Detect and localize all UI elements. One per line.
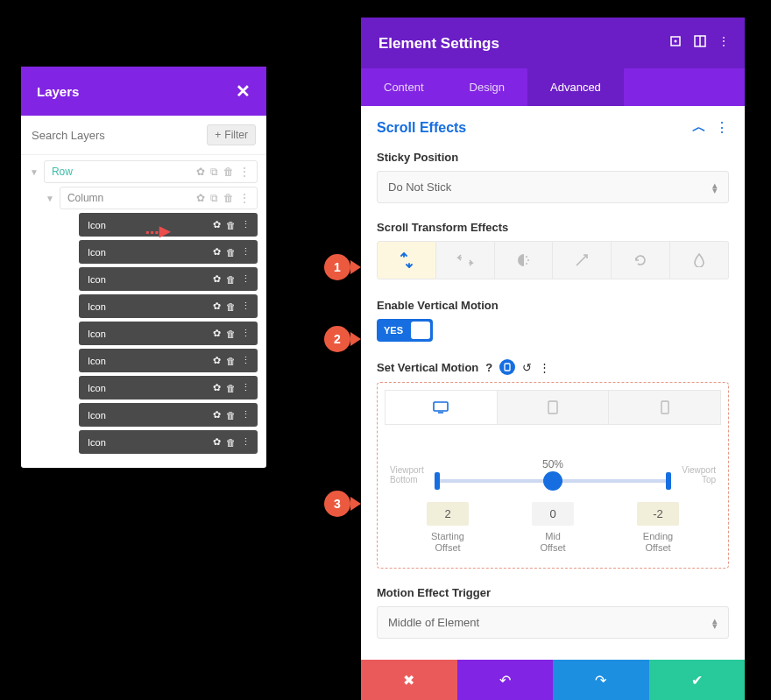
search-input[interactable] (32, 124, 200, 145)
effect-rotate-button[interactable] (612, 241, 670, 279)
enable-vm-toggle[interactable]: YES (377, 319, 433, 342)
svg-point-4 (526, 256, 527, 258)
more-icon[interactable]: ⋮ (715, 119, 729, 136)
more-icon[interactable]: ⋮ (241, 355, 251, 366)
section-title: Scroll Effects (377, 120, 466, 136)
gear-icon[interactable]: ✿ (213, 409, 221, 421)
ending-offset-value[interactable]: -2 (637, 502, 679, 526)
more-icon[interactable]: ⋮ (241, 382, 251, 393)
motion-slider[interactable]: 50% ViewportBottom ViewportTop 2 Startin… (385, 441, 721, 561)
more-icon[interactable]: ⋮ (241, 273, 251, 285)
chevron-up-icon[interactable]: ︿ (692, 118, 706, 137)
icon-item[interactable]: Icon✿🗑⋮ (79, 430, 258, 454)
trash-icon[interactable]: 🗑 (226, 437, 236, 448)
svg-rect-8 (434, 402, 448, 411)
snap-icon[interactable] (694, 35, 706, 47)
icon-item-label: Icon (88, 274, 106, 285)
duplicate-icon[interactable]: ⧉ (210, 192, 218, 204)
icon-item[interactable]: Icon✿🗑⋮ (79, 349, 258, 372)
layers-panel: Layers ✕ + Filter ▼ Row ✿ ⧉ 🗑 ⋮ ▼ (21, 67, 266, 468)
more-icon[interactable]: ⋮ (241, 301, 251, 312)
mid-offset-value[interactable]: 0 (532, 502, 574, 526)
viewport-bottom-label: ViewportBottom (390, 465, 424, 484)
chevron-down-icon[interactable]: ▼ (46, 194, 54, 203)
trash-icon[interactable]: 🗑 (226, 220, 236, 230)
layers-tree: ▼ Row ✿ ⧉ 🗑 ⋮ ▼ Column ✿ ⧉ 🗑 ⋮ (21, 155, 266, 468)
close-icon[interactable]: ✕ (236, 81, 251, 102)
save-button[interactable]: ✔ (649, 660, 746, 700)
tab-advanced[interactable]: Advanced (527, 68, 624, 106)
tab-design[interactable]: Design (447, 68, 527, 106)
more-icon[interactable]: ⋮ (241, 409, 251, 421)
gear-icon[interactable]: ✿ (213, 382, 221, 393)
gear-icon[interactable]: ✿ (196, 166, 205, 178)
trigger-select[interactable]: Middle of Element ▴▾ (377, 606, 729, 639)
icon-item[interactable]: Icon✿🗑⋮ (79, 267, 258, 291)
more-icon[interactable]: ⋮ (241, 246, 251, 258)
slider-mid-handle[interactable] (543, 471, 562, 491)
tree-row-column[interactable]: ▼ Column ✿ ⧉ 🗑 ⋮ (30, 187, 258, 209)
trash-icon[interactable]: 🗑 (226, 329, 236, 339)
slider-start-mark[interactable] (435, 472, 440, 490)
effect-fade-button[interactable] (495, 241, 554, 279)
gear-icon[interactable]: ✿ (213, 273, 221, 285)
sticky-select[interactable]: Do Not Stick ▴▾ (377, 171, 729, 203)
icon-item[interactable]: Icon✿🗑⋮ (79, 403, 258, 427)
tablet-tab[interactable] (498, 390, 610, 425)
section-header[interactable]: Scroll Effects ︿ ⋮ (377, 118, 729, 137)
reset-icon[interactable]: ↺ (522, 361, 532, 374)
desktop-tab[interactable] (385, 390, 498, 425)
trash-icon[interactable]: 🗑 (226, 274, 236, 285)
icon-item[interactable]: Icon✿🗑⋮ (79, 376, 258, 399)
drop-icon (693, 253, 705, 267)
phone-tab[interactable] (609, 390, 721, 425)
gear-icon[interactable]: ✿ (196, 192, 205, 204)
tree-row-row[interactable]: ▼ Row ✿ ⧉ 🗑 ⋮ (30, 160, 258, 183)
effect-scale-button[interactable] (553, 241, 612, 279)
trash-icon[interactable]: 🗑 (226, 301, 236, 312)
gear-icon[interactable]: ✿ (213, 246, 221, 258)
svg-point-5 (527, 259, 529, 261)
gear-icon[interactable]: ✿ (213, 219, 221, 230)
chevron-down-icon[interactable]: ▼ (30, 167, 39, 177)
starting-offset-value[interactable]: 2 (427, 502, 469, 526)
gear-icon[interactable]: ✿ (213, 436, 221, 448)
layers-search-row: + Filter (21, 116, 266, 155)
redo-button[interactable]: ↷ (553, 660, 649, 700)
effect-horizontal-button[interactable] (436, 241, 495, 279)
help-icon[interactable]: ? (485, 361, 492, 374)
trash-icon[interactable]: 🗑 (223, 166, 234, 178)
row-label: Row (52, 166, 73, 178)
effect-blur-button[interactable] (670, 241, 729, 279)
filter-button[interactable]: + Filter (207, 124, 256, 145)
gear-icon[interactable]: ✿ (213, 328, 221, 339)
more-icon[interactable]: ⋮ (241, 219, 251, 230)
expand-icon[interactable] (669, 35, 682, 47)
annotation-arrow: ▪▪▪▶ (145, 223, 169, 239)
icon-item[interactable]: Icon✿🗑⋮ (79, 294, 258, 318)
more-icon[interactable]: ⋮ (539, 361, 550, 374)
trash-icon[interactable]: 🗑 (226, 356, 236, 366)
more-icon[interactable]: ⋮ (718, 35, 729, 47)
duplicate-icon[interactable]: ⧉ (210, 166, 218, 178)
slider-end-mark[interactable] (666, 472, 671, 490)
tab-content[interactable]: Content (361, 68, 447, 106)
trash-icon[interactable]: 🗑 (223, 192, 234, 204)
icon-item-label: Icon (88, 356, 106, 366)
icon-item[interactable]: Icon✿🗑⋮ (79, 322, 258, 345)
effect-vertical-button[interactable] (377, 241, 436, 279)
trash-icon[interactable]: 🗑 (226, 383, 236, 393)
icon-item-label: Icon (88, 329, 106, 339)
more-icon[interactable]: ⋮ (239, 166, 250, 178)
more-icon[interactable]: ⋮ (241, 328, 251, 339)
undo-button[interactable]: ↶ (457, 660, 554, 700)
more-icon[interactable]: ⋮ (239, 192, 250, 204)
trash-icon[interactable]: 🗑 (226, 247, 236, 258)
trash-icon[interactable]: 🗑 (226, 410, 236, 421)
responsive-icon[interactable] (499, 359, 515, 375)
icon-item[interactable]: Icon✿🗑⋮ (79, 240, 258, 264)
gear-icon[interactable]: ✿ (213, 301, 221, 312)
gear-icon[interactable]: ✿ (213, 355, 221, 366)
more-icon[interactable]: ⋮ (241, 436, 251, 448)
cancel-button[interactable]: ✖ (361, 660, 457, 700)
